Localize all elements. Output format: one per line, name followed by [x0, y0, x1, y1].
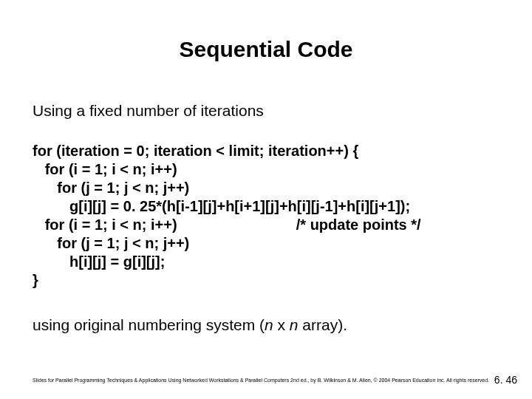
slide: Sequential Code Using a fixed number of … — [0, 0, 532, 399]
page-number: 6. 46 — [494, 374, 517, 386]
slide-title: Sequential Code — [0, 37, 532, 62]
explain-var-n1: n — [265, 316, 273, 333]
slide-subtitle: Using a fixed number of iterations — [33, 102, 264, 120]
explain-text-middle: x — [273, 316, 290, 333]
explanation-line: using original numbering system (n x n a… — [33, 316, 347, 334]
code-listing: for (iteration = 0; iteration < limit; i… — [33, 142, 499, 290]
explain-text-prefix: using original numbering system ( — [33, 316, 265, 333]
footer-copyright: Slides for Parallel Programming Techniqu… — [33, 378, 489, 383]
explain-var-n2: n — [290, 316, 299, 333]
explain-text-suffix: array). — [299, 316, 348, 333]
